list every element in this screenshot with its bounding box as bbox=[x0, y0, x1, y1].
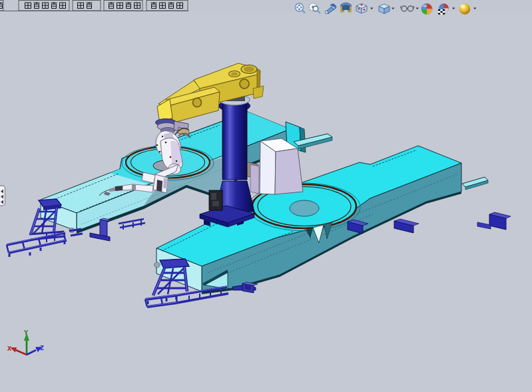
svg-text:Z: Z bbox=[40, 345, 44, 352]
svg-text:X: X bbox=[7, 345, 11, 353]
svg-text:Y: Y bbox=[24, 329, 28, 337]
